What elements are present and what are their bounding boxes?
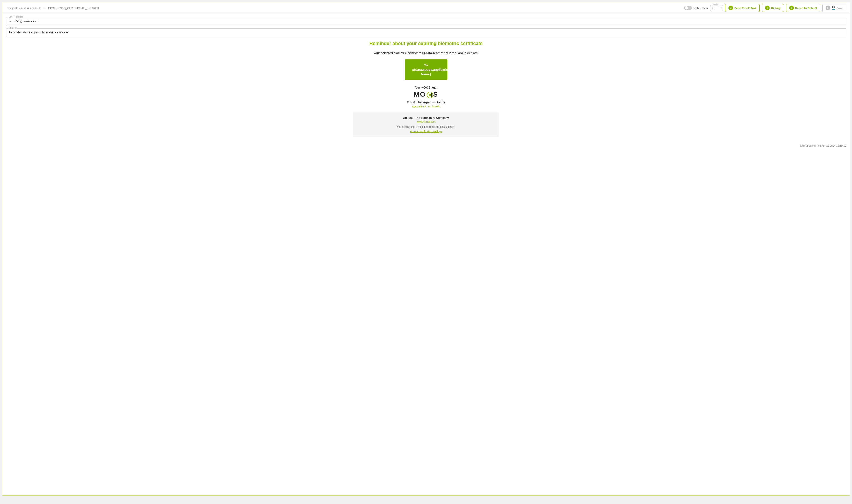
language-selector-wrapper: Langu... en de fr ▾ (710, 5, 723, 11)
step4-circle: 4 (765, 5, 770, 10)
mobile-view-toggle: Mobile view (684, 6, 708, 10)
send-test-email-label: Send Test E-Mail (734, 6, 756, 10)
footer-process-text: You receive this e-mail due to the proce… (358, 125, 494, 128)
mobile-view-switch[interactable] (684, 6, 692, 10)
mobile-view-label: Mobile view (693, 6, 708, 10)
email-preview: Reminder about your expiring biometric c… (353, 41, 499, 137)
body-suffix-text: is expired. (463, 51, 479, 55)
email-footer: XiTrust - The eSignature Company www.xit… (353, 112, 499, 137)
top-bar: Templates: instanceDefault • BIOMETRICS_… (2, 2, 850, 13)
page-wrapper: Templates: instanceDefault • BIOMETRICS_… (2, 2, 850, 496)
language-select[interactable]: en de fr (710, 5, 723, 11)
last-updated: Last updated: Thu Apr 11 2024 18:19:19 (2, 141, 850, 149)
step5-circle: 5 (789, 5, 794, 10)
breadcrumb-separator: • (44, 6, 45, 10)
breadcrumb: Templates: instanceDefault • BIOMETRICS_… (6, 6, 100, 10)
save-button[interactable]: 6 💾 Save (822, 4, 846, 12)
cta-line1: To (424, 63, 428, 67)
email-cta-button[interactable]: To ${data.scope.application Name} (404, 59, 448, 80)
subject-label: Subject (8, 26, 17, 29)
smtp-sender-input[interactable] (6, 17, 846, 25)
body-plain-text: Your selected biometric certificate (374, 51, 422, 55)
toolbar: Mobile view Langu... en de fr ▾ 3 Send T… (684, 4, 846, 12)
moxis-logo: MO IS (353, 90, 499, 98)
history-button[interactable]: 4 History (762, 4, 784, 12)
breadcrumb-template: BIOMETRICS_CERTIFICATE_EXPIRED (48, 6, 99, 10)
footer-company-link[interactable]: www.xitrust.com (358, 120, 494, 123)
save-icon: 💾 (832, 6, 835, 10)
reset-to-default-button[interactable]: 5 Reset To Default (786, 4, 820, 12)
email-title: Reminder about your expiring biometric c… (353, 41, 499, 46)
history-label: History (771, 6, 781, 10)
email-website-link[interactable]: www.xitrust.com/moxis (353, 105, 499, 108)
subject-field-group: Subject (6, 28, 846, 36)
email-digital-sig: The digital signature folder (353, 101, 499, 104)
toggle-knob (685, 6, 688, 10)
smtp-sender-field-group: SMTP sender (6, 17, 846, 25)
subject-input[interactable] (6, 28, 846, 36)
footer-settings-link[interactable]: Account notification settings (410, 130, 442, 133)
step3-circle: 3 (728, 5, 733, 10)
smtp-sender-label: SMTP sender (8, 15, 23, 18)
lang-label: Langu... (711, 3, 720, 6)
save-label: Save (837, 6, 843, 10)
moxis-logo-text: MO IS (414, 90, 438, 98)
form-area: SMTP sender Subject (2, 13, 850, 36)
send-test-email-button[interactable]: 3 Send Test E-Mail (725, 4, 760, 12)
footer-company: XiTrust - The eSignature Company (358, 116, 494, 120)
cta-line2: ${data.scope.application (412, 68, 450, 71)
moxis-x-icon (427, 92, 433, 98)
breadcrumb-prefix: Templates: instanceDefault (7, 6, 40, 10)
email-team-label: Your MOXIS team (353, 86, 499, 89)
body-variable-text: ${data.biometricCert.alias} (422, 51, 463, 55)
reset-to-default-label: Reset To Default (795, 6, 817, 10)
email-body-text: Your selected biometric certificate ${da… (353, 51, 499, 55)
cta-line3: Name} (421, 72, 431, 76)
step6-circle: 6 (826, 5, 830, 10)
